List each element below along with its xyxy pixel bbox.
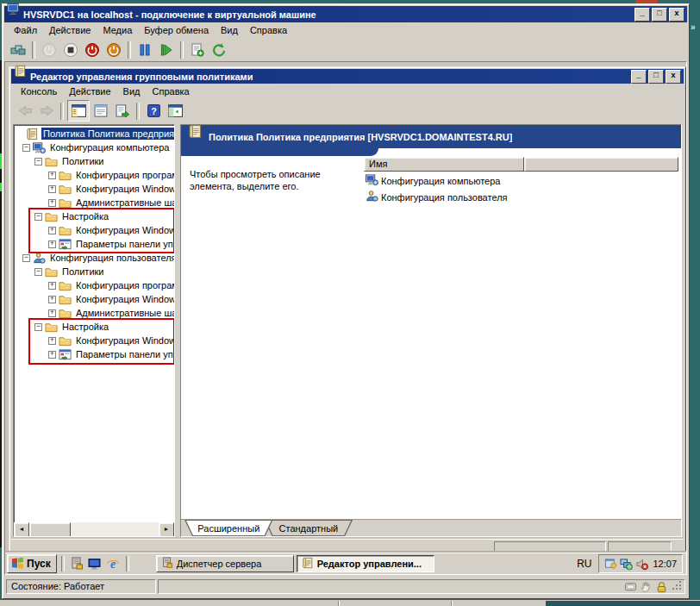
scroll-icon <box>26 128 39 141</box>
tree-item[interactable]: −Политики <box>14 265 174 278</box>
tree-horizontal-scrollbar[interactable]: ◄ ► <box>14 522 174 536</box>
folder-icon <box>45 155 58 168</box>
shut-down-icon[interactable] <box>82 40 103 59</box>
vm-maximize-button[interactable]: □ <box>652 8 667 22</box>
reset-icon[interactable] <box>103 40 124 59</box>
turn-off-icon[interactable] <box>60 40 81 59</box>
vm-menu-item[interactable]: Справка <box>244 23 293 37</box>
new-window-icon[interactable] <box>165 101 185 121</box>
tree-item[interactable]: −Конфигурация пользователя <box>14 251 174 265</box>
gpme-menubar: КонсольДействиеВидСправка <box>11 84 684 99</box>
tree-expander[interactable]: + <box>48 296 56 303</box>
tree-item[interactable]: +Конфигурация Windows <box>14 182 174 196</box>
column-header-name[interactable]: Имя <box>364 157 524 172</box>
taskbar-button[interactable]: Редактор управлени... <box>297 555 434 572</box>
tree-item[interactable]: +Конфигурация Windows <box>14 334 174 347</box>
column-header-empty[interactable] <box>524 157 678 172</box>
tree-expander[interactable]: + <box>48 337 56 345</box>
tree-expander[interactable]: − <box>34 213 42 221</box>
gpme-menu-item[interactable]: Вид <box>117 84 147 98</box>
tree-expander[interactable]: − <box>22 144 30 152</box>
gpme-menu-item[interactable]: Справка <box>147 84 196 98</box>
tree-expander[interactable]: − <box>34 268 42 276</box>
tree-expander[interactable]: + <box>48 227 56 234</box>
scroll-right-arrow[interactable]: ► <box>159 522 174 537</box>
tree-expander[interactable]: − <box>34 158 42 166</box>
help-icon[interactable]: ? <box>143 101 164 121</box>
vm-toolbar <box>4 38 687 61</box>
export-list-icon[interactable] <box>112 101 133 121</box>
resume-icon[interactable] <box>156 40 177 59</box>
vm-close-button[interactable]: x <box>669 8 684 22</box>
tree-item[interactable]: −Политики <box>14 154 174 168</box>
internet-explorer-icon[interactable]: e <box>105 556 122 572</box>
gpme-minimize-button[interactable]: _ <box>631 70 647 84</box>
vm-menu-item[interactable]: Буфер обмена <box>138 23 215 37</box>
tree-item[interactable]: Политика Политика предприятия [HVSRVDC1.… <box>14 127 174 141</box>
tree-expander[interactable]: + <box>48 185 56 193</box>
vm-minimize-button[interactable]: _ <box>634 8 650 22</box>
tree-item[interactable]: +Параметры панели управления <box>14 237 174 251</box>
ctrl-alt-del-icon[interactable] <box>8 40 28 59</box>
tree-item[interactable]: +Административные шаблоны <box>14 306 174 320</box>
snapshot-icon[interactable] <box>187 40 208 59</box>
properties-icon[interactable] <box>91 101 111 121</box>
tree-item[interactable]: +Административные шаблоны <box>14 196 174 209</box>
tree-expander[interactable]: − <box>22 254 30 262</box>
vm-titlebar[interactable]: HVSRVDC1 на localhost - подключение к ви… <box>4 6 687 22</box>
result-list: Имя Конфигурация компьютераКонфигурация … <box>364 157 678 204</box>
gpme-window: Редактор управления групповыми политикам… <box>9 66 686 560</box>
pause-icon[interactable] <box>134 40 155 59</box>
folder-icon <box>45 210 58 223</box>
vm-window-title: HVSRVDC1 на localhost - подключение к ви… <box>23 9 631 20</box>
tree-expander[interactable]: + <box>48 351 56 359</box>
result-header: Политика Политика предприятия [HVSRVDC1.… <box>181 125 681 148</box>
tree-expander[interactable]: + <box>48 309 56 317</box>
folder-icon <box>59 307 72 320</box>
gpme-titlebar[interactable]: Редактор управления групповыми политикам… <box>11 69 684 84</box>
scroll-left-arrow[interactable]: ◄ <box>14 522 29 537</box>
network-tray-icon[interactable] <box>620 558 633 571</box>
tree-item[interactable]: +Конфигурация программ <box>14 168 174 182</box>
vm-menu-item[interactable]: Действие <box>43 23 97 37</box>
tree-expander[interactable]: + <box>48 199 56 207</box>
gpme-menu-item[interactable]: Консоль <box>15 84 63 98</box>
toolbar-overflow-chevron[interactable]: » <box>691 22 696 32</box>
start-button[interactable]: Пуск <box>7 554 57 573</box>
tree-item[interactable]: +Конфигурация Windows <box>14 223 174 237</box>
tree-item[interactable]: −Конфигурация компьютера <box>14 141 174 154</box>
vm-menu-item[interactable]: Файл <box>8 23 43 37</box>
tree-expander[interactable]: + <box>48 282 56 290</box>
vm-menu-item[interactable]: Вид <box>215 23 244 37</box>
server-manager-quicklaunch-icon[interactable] <box>69 556 85 572</box>
scrollbar-thumb[interactable] <box>29 522 71 537</box>
tree-item[interactable]: +Конфигурация Windows <box>14 292 174 306</box>
revert-icon[interactable] <box>209 40 229 59</box>
show-console-tree-icon[interactable] <box>67 100 90 122</box>
tree-expander[interactable]: + <box>48 172 56 179</box>
list-item[interactable]: Конфигурация пользователя <box>364 190 678 204</box>
tree-item[interactable]: −Настройка <box>14 209 174 223</box>
vm-menu-item[interactable]: Медиа <box>97 23 138 37</box>
list-item[interactable]: Конфигурация компьютера <box>364 173 678 188</box>
language-indicator[interactable]: RU <box>572 558 597 570</box>
tree-item[interactable]: +Параметры панели управления <box>14 347 174 361</box>
tab-standard[interactable]: Стандартный <box>265 520 353 536</box>
vm-status-text: Состояние: Работает <box>11 581 104 591</box>
tree-item[interactable]: +Конфигурация программ <box>14 278 174 292</box>
gpme-menu-item[interactable]: Действие <box>63 84 116 98</box>
tree-item[interactable]: −Настройка <box>14 320 174 334</box>
gpme-close-button[interactable]: x <box>666 70 681 84</box>
scroll-icon <box>302 557 314 571</box>
show-desktop-icon[interactable] <box>87 556 103 572</box>
tree-expander[interactable]: + <box>48 241 56 248</box>
tree-item-label: Конфигурация программ <box>74 169 175 181</box>
resize-grip[interactable] <box>671 581 681 591</box>
tab-extended[interactable]: Расширенный <box>184 520 273 536</box>
tree-expander[interactable]: − <box>34 323 42 331</box>
volume-muted-tray-icon[interactable] <box>635 558 648 571</box>
folder-icon <box>45 321 58 334</box>
server-manager-tray-icon[interactable] <box>604 558 617 571</box>
taskbar-button[interactable]: Диспетчер сервера <box>156 555 294 572</box>
gpme-maximize-button[interactable]: □ <box>648 70 664 84</box>
